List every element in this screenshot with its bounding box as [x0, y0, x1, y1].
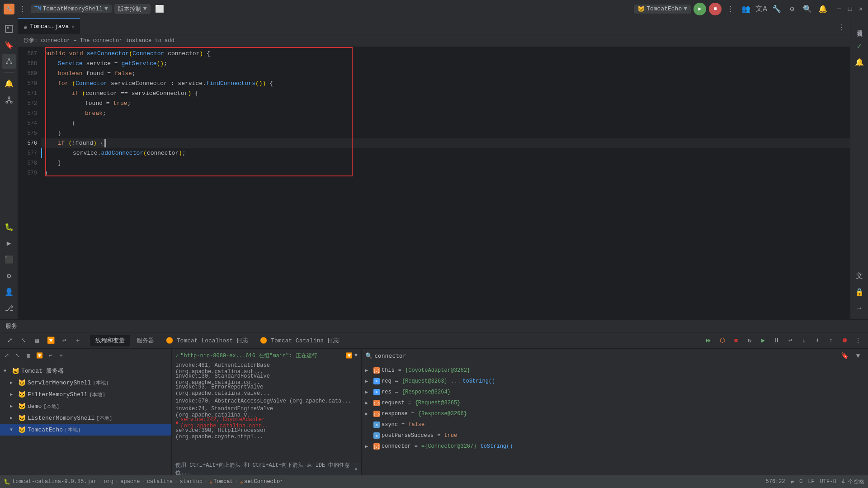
var-this[interactable]: ▶ {.} this = {CoyoteAdapter@3262}: [362, 365, 868, 376]
resume-btn[interactable]: ⏭: [703, 334, 715, 347]
vars-search-input[interactable]: [374, 352, 836, 359]
dropdown-arrow[interactable]: ▼: [354, 352, 358, 359]
stack-frame-0[interactable]: invoke:481, AuthenticatorBase (org.apach…: [172, 363, 361, 374]
code-editor[interactable]: 567 568 569 570 571 572 573 574 575 576 …: [18, 47, 850, 319]
reader-mode-btn[interactable]: 阅读器模式: [854, 22, 865, 31]
users-btn[interactable]: 👥: [740, 3, 752, 15]
sidebar-debug-icon[interactable]: 🐛: [2, 220, 16, 234]
stack-frame-3[interactable]: invoke:670, AbstractAccessLogValve (org.…: [172, 396, 361, 407]
collapse-all-btn[interactable]: ⤡: [17, 334, 30, 347]
debug-pause-btn[interactable]: ⬡: [716, 334, 729, 347]
breadcrumb-catalina[interactable]: catalina: [147, 479, 173, 485]
stack-frame-6[interactable]: service:390, Http11Processor (org.apache…: [172, 428, 361, 439]
sidebar-notifications-icon[interactable]: 🔔: [2, 76, 16, 91]
services-group-btn[interactable]: ▦: [24, 351, 33, 361]
filter-btn[interactable]: 🔽: [44, 334, 57, 347]
sidebar-git2-icon[interactable]: ⎇: [2, 301, 16, 316]
right-sidebar-notifications-icon[interactable]: 🔔: [852, 55, 867, 70]
minimize-btn[interactable]: ─: [835, 5, 843, 13]
services-filter-btn[interactable]: 🔽: [34, 351, 44, 361]
services-restore-btn[interactable]: ↩: [45, 351, 55, 361]
status-indent[interactable]: 4 个空格: [842, 478, 864, 486]
tab-tomcat-java[interactable]: ☕ Tomcat.java ✕: [18, 18, 80, 34]
var-res[interactable]: ▶ ≡ res = {Response@3264}: [362, 387, 868, 398]
debug-stop-btn[interactable]: ■: [730, 334, 742, 347]
right-sidebar-translate-icon[interactable]: 文: [852, 269, 867, 283]
vcs-button[interactable]: 版本控制 ▼: [114, 4, 151, 14]
var-request[interactable]: ▶ {.} request = {Request@3265}: [362, 398, 868, 408]
stop-button[interactable]: ■: [709, 3, 722, 15]
tab-threads-vars[interactable]: 线程和变量: [90, 335, 130, 346]
tab-tomcat-catalina-log[interactable]: 🟠 Tomcat Catalina 日志: [255, 335, 344, 346]
stack-frame-1[interactable]: invoke:130, StandardHostValve (org.apach…: [172, 374, 361, 385]
tab-more-btn[interactable]: ⋮: [835, 21, 848, 34]
var-postparse[interactable]: b postParseSuccess = true: [362, 430, 868, 441]
tab-close-btn[interactable]: ✕: [71, 24, 75, 29]
var-async[interactable]: b async = false: [362, 419, 868, 430]
breadcrumb-apache[interactable]: apache: [120, 479, 140, 485]
group-btn[interactable]: ▦: [31, 334, 43, 347]
sidebar-settings-icon[interactable]: ⚙: [2, 269, 16, 283]
debug-pause2-btn[interactable]: ⏸: [770, 334, 783, 347]
tree-item-tomcat-server[interactable]: ▼ 🐱 Tomcat 服务器: [0, 365, 171, 377]
services-collapse-btn[interactable]: ⤡: [13, 351, 23, 361]
stack-frame-5[interactable]: ● service:342, CoyoteAdapter (org.apache…: [172, 417, 361, 428]
debug-step-up-btn[interactable]: ↑: [825, 334, 837, 347]
notifications-btn[interactable]: 🔔: [816, 3, 829, 15]
debug-record-btn[interactable]: ⏺: [838, 334, 851, 347]
breadcrumb-org[interactable]: org: [104, 479, 113, 485]
menu-dots[interactable]: ⋮: [17, 4, 28, 14]
tab-servers[interactable]: 服务器: [131, 335, 160, 346]
services-add-btn[interactable]: ＋: [56, 351, 66, 361]
more-actions-btn[interactable]: ⋮: [724, 3, 737, 15]
var-connector[interactable]: ▶ {.} connector = ={Connector@3267} toSt…: [362, 441, 868, 452]
debug-reload-btn[interactable]: ↻: [743, 334, 756, 347]
sidebar-run-icon[interactable]: ▶: [2, 236, 16, 251]
status-position[interactable]: 576:22: [766, 479, 785, 485]
tree-item-servler[interactable]: ▶ 🐱 ServlerMemoryShell [本地]: [0, 377, 171, 389]
tree-item-listener[interactable]: ▶ 🐱 ListenerMomoryShell [本地]: [0, 412, 171, 424]
tab-tomcat-localhost-log[interactable]: 🟠 Tomcat Localhost 日志: [160, 335, 254, 346]
notif-close-btn[interactable]: ✕: [354, 466, 358, 473]
close-btn[interactable]: ✕: [857, 5, 864, 13]
add-btn[interactable]: ＋: [71, 334, 84, 347]
sidebar-structure-icon[interactable]: [2, 54, 16, 69]
breadcrumb-startup[interactable]: startup: [179, 479, 202, 485]
sidebar-contacts-icon[interactable]: 👤: [2, 285, 16, 299]
tree-item-tomcatecho[interactable]: ▼ 🐱 TomcatEcho [本地]: [0, 424, 171, 436]
debug-more-btn[interactable]: ⋮: [852, 334, 864, 347]
stack-frame-4[interactable]: invoke:74, StandardEngineValve (org.apac…: [172, 407, 361, 417]
status-git[interactable]: G: [799, 479, 802, 485]
right-sidebar-check-icon[interactable]: ✓: [852, 39, 867, 53]
stack-frame-2[interactable]: invoke:93, ErrorReportValve (org.apache.…: [172, 385, 361, 396]
sidebar-project-icon[interactable]: [2, 22, 16, 36]
debug-step-over-btn[interactable]: ↩: [784, 334, 797, 347]
translate-btn[interactable]: 文A: [755, 3, 768, 15]
search-btn[interactable]: 🔍: [801, 3, 814, 15]
window-layout-btn[interactable]: ⬜: [153, 3, 166, 15]
debug-play-btn[interactable]: ▶: [757, 334, 769, 347]
debug-step-down-btn[interactable]: ↓: [797, 334, 810, 347]
var-response[interactable]: ▶ {.} response = {Response@3266}: [362, 408, 868, 419]
run-config-selector[interactable]: 🐱 TomcatEcho ▼: [634, 5, 691, 14]
thread-selector[interactable]: ✓ "http-nio-8080-ex...616 在组"main": 正在运行…: [172, 349, 361, 363]
right-sidebar-arrow-icon[interactable]: →: [852, 301, 867, 316]
sidebar-terminal-icon[interactable]: ⬛: [2, 252, 16, 267]
project-selector[interactable]: TM TomcatMemoryShell ▼: [31, 5, 112, 13]
tools-btn[interactable]: 🔧: [770, 3, 783, 15]
status-lf[interactable]: LF: [808, 479, 814, 485]
plugins-btn[interactable]: ⚙: [786, 3, 798, 15]
services-expand-btn[interactable]: ⤢: [2, 351, 12, 361]
tree-item-filter[interactable]: ▶ 🐱 FilterMemoryShell [本地]: [0, 389, 171, 400]
right-sidebar-lock-icon[interactable]: 🔒: [852, 285, 867, 299]
restore-btn[interactable]: ↩: [58, 334, 71, 347]
vars-more-btn[interactable]: ▼: [852, 350, 864, 362]
expand-all-btn[interactable]: ⤢: [4, 334, 16, 347]
sidebar-bookmark-icon[interactable]: 🔖: [2, 38, 16, 52]
var-link-req[interactable]: toString(): [462, 378, 495, 384]
sidebar-git-icon[interactable]: [2, 93, 16, 107]
status-encoding[interactable]: UTF-8: [820, 479, 836, 485]
breadcrumb-jar[interactable]: tomcat-catalina-9.0.85.jar: [12, 479, 97, 485]
vars-bookmark-btn[interactable]: 🔖: [838, 350, 851, 362]
tree-item-demo[interactable]: ▶ 🐱 demo [本地]: [0, 400, 171, 412]
